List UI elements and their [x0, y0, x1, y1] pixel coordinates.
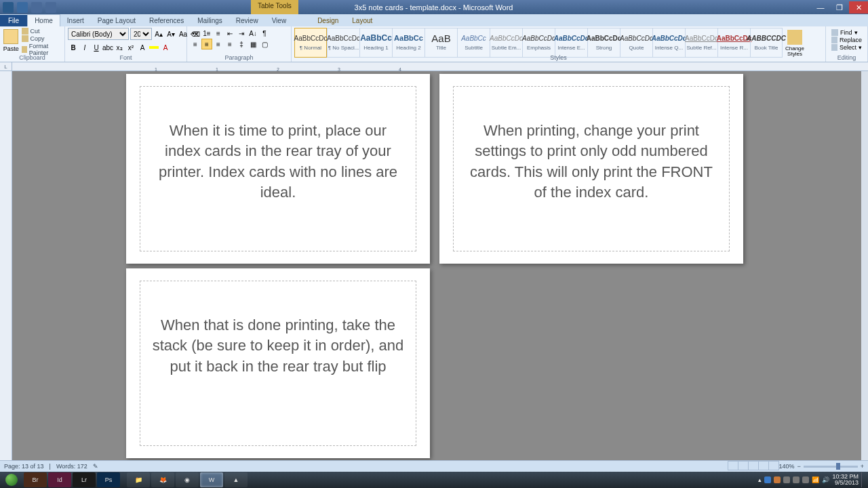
paste-button[interactable]: Paste	[3, 28, 20, 52]
tab-references[interactable]: References	[142, 15, 191, 26]
numbering-button[interactable]: 1≡	[201, 28, 212, 39]
copy-button[interactable]: Copy	[22, 35, 62, 42]
page-status[interactable]: Page: 13 of 13	[4, 463, 44, 470]
taskbar-explorer[interactable]: 📁	[127, 472, 150, 487]
bullets-button[interactable]: •≡	[190, 28, 201, 39]
view-buttons[interactable]	[728, 461, 778, 472]
taskbar-vlc[interactable]: ▲	[224, 472, 248, 487]
shading-button[interactable]: ▦	[248, 39, 258, 49]
align-right-button[interactable]: ≡	[213, 39, 224, 49]
zoom-thumb[interactable]	[836, 463, 840, 470]
font-name-select[interactable]: Calibri (Body)	[68, 28, 129, 40]
styles-gallery[interactable]: AaBbCcDc¶ NormalAaBbCcDc¶ No Spaci...AaB…	[294, 28, 783, 58]
taskbar-firefox[interactable]: 🦊	[151, 472, 174, 487]
change-styles-button[interactable]: Change Styles	[783, 28, 807, 57]
taskbar-chrome[interactable]: ◉	[176, 472, 199, 487]
tab-design[interactable]: Design	[311, 15, 345, 26]
tray-icon-1[interactable]	[764, 476, 771, 483]
text-effects-button[interactable]: A	[137, 42, 148, 53]
word-count[interactable]: Words: 172	[56, 463, 87, 470]
grow-font-button[interactable]: A▴	[153, 28, 164, 39]
minimize-button[interactable]: —	[811, 1, 830, 14]
zoom-level[interactable]: 140%	[778, 463, 794, 470]
tab-home[interactable]: Home	[27, 14, 60, 26]
sort-button[interactable]: A↓	[248, 28, 258, 39]
tab-insert[interactable]: Insert	[60, 15, 91, 26]
italic-button[interactable]: I	[79, 42, 90, 53]
tray-icon-5[interactable]	[802, 476, 809, 483]
start-button[interactable]	[0, 472, 23, 488]
style-emphasis[interactable]: AaBbCcDcEmphasis	[522, 28, 555, 58]
style-heading-2[interactable]: AaBbCcHeading 2	[392, 28, 425, 58]
bold-button[interactable]: B	[68, 42, 79, 53]
maximize-button[interactable]: ❐	[830, 1, 849, 14]
align-center-button[interactable]: ≡	[201, 39, 212, 49]
tray-up-icon[interactable]: ▴	[758, 476, 762, 483]
document-area[interactable]: When it is time to print, place our inde…	[12, 71, 861, 460]
increase-indent-button[interactable]: ⇥	[236, 28, 247, 39]
card-1-text[interactable]: When it is time to print, place our inde…	[151, 121, 406, 203]
redo-icon[interactable]	[45, 2, 56, 13]
font-size-select[interactable]: 20	[130, 28, 152, 40]
superscript-button[interactable]: x²	[125, 42, 136, 53]
taskbar-app-id[interactable]: Id	[48, 472, 71, 487]
tray-network-icon[interactable]: 📶	[812, 476, 819, 483]
index-card-3[interactable]: When that is done printing, take the sta…	[126, 268, 430, 458]
vertical-scrollbar[interactable]	[861, 71, 868, 460]
style-subtle-em---[interactable]: AaBbCcDcSubtle Em...	[490, 28, 522, 58]
tab-page-layout[interactable]: Page Layout	[91, 15, 142, 26]
style-title[interactable]: AaBTitle	[425, 28, 457, 58]
card-2-text[interactable]: When printing, change your print setting…	[464, 121, 719, 203]
style-heading-1[interactable]: AaBbCcHeading 1	[359, 28, 392, 58]
justify-button[interactable]: ≡	[224, 39, 235, 49]
tray-icon-2[interactable]	[774, 476, 781, 483]
style-intense-e---[interactable]: AaBbCcDcIntense E...	[555, 28, 587, 58]
horizontal-ruler[interactable]: L 1 1 2 3 4	[0, 62, 868, 71]
highlight-button[interactable]	[149, 42, 159, 53]
underline-button[interactable]: U	[91, 42, 102, 53]
taskbar-app-lr[interactable]: Lr	[73, 472, 96, 487]
tray-volume-icon[interactable]: 🔊	[822, 476, 829, 483]
line-spacing-button[interactable]: ‡	[236, 39, 247, 49]
align-left-button[interactable]: ≡	[190, 39, 201, 49]
style-quote[interactable]: AaBbCcDcQuote	[620, 28, 652, 58]
select-button[interactable]: Select ▾	[831, 44, 862, 51]
zoom-slider[interactable]	[804, 466, 858, 468]
index-card-2[interactable]: When printing, change your print setting…	[439, 74, 743, 264]
tab-view[interactable]: View	[265, 15, 294, 26]
close-button[interactable]: ✕	[849, 1, 868, 14]
card-3-text[interactable]: When that is done printing, take the sta…	[151, 315, 406, 377]
find-button[interactable]: Find ▾	[831, 29, 862, 36]
style---no-spaci---[interactable]: AaBbCcDc¶ No Spaci...	[327, 28, 359, 58]
style-strong[interactable]: AaBbCcDcStrong	[587, 28, 620, 58]
font-color-button[interactable]: A	[160, 42, 171, 53]
decrease-indent-button[interactable]: ⇤	[224, 28, 235, 39]
cut-button[interactable]: Cut	[22, 28, 62, 35]
tab-mailings[interactable]: Mailings	[191, 15, 229, 26]
style-intense-r---[interactable]: AaBbCcDcIntense R...	[717, 28, 750, 58]
style-intense-q---[interactable]: AaBbCcDcIntense Q...	[652, 28, 685, 58]
zoom-out-button[interactable]: −	[797, 463, 800, 470]
style---normal[interactable]: AaBbCcDc¶ Normal	[294, 28, 327, 58]
zoom-in-button[interactable]: +	[861, 463, 864, 470]
strikethrough-button[interactable]: abc	[102, 42, 113, 53]
taskbar-word[interactable]: W	[200, 472, 223, 487]
tab-layout[interactable]: Layout	[345, 15, 379, 26]
vertical-ruler[interactable]	[0, 71, 12, 460]
style-book-title[interactable]: AABBCCDCBook Title	[750, 28, 783, 58]
tab-review[interactable]: Review	[229, 15, 265, 26]
tab-file[interactable]: File	[0, 15, 27, 26]
shrink-font-button[interactable]: A▾	[165, 28, 176, 39]
proofing-icon[interactable]: ✎	[93, 463, 98, 470]
multilevel-button[interactable]: ≡	[213, 28, 224, 39]
save-icon[interactable]	[17, 2, 28, 13]
tray-clock[interactable]: 10:32 PM 9/5/2013	[832, 474, 859, 487]
style-subtle-ref---[interactable]: AaBbCcDcSubtle Ref...	[685, 28, 717, 58]
taskbar-app-br[interactable]: Br	[24, 472, 47, 487]
tray-icon-3[interactable]	[783, 476, 790, 483]
taskbar-app-ps[interactable]: Ps	[97, 472, 120, 487]
borders-button[interactable]: ▢	[259, 39, 270, 49]
tray-icon-4[interactable]	[793, 476, 800, 483]
style-subtitle[interactable]: AaBbCcSubtitle	[457, 28, 490, 58]
undo-icon[interactable]	[31, 2, 42, 13]
